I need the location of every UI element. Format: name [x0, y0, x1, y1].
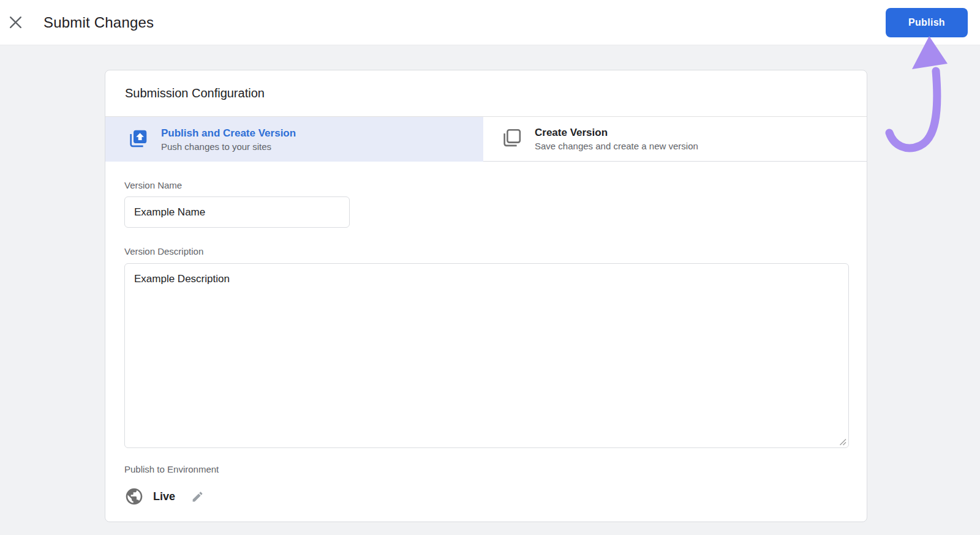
globe-icon — [124, 487, 144, 506]
version-description-label: Version Description — [124, 246, 848, 257]
tab-create-version[interactable]: Create Version Save changes and create a… — [483, 117, 867, 162]
version-name-label: Version Name — [124, 180, 848, 191]
tab-subtitle: Push changes to your sites — [161, 141, 296, 152]
tab-title: Create Version — [535, 127, 698, 138]
card-header-title: Submission Configuration — [125, 86, 265, 100]
tab-publish-and-create-version[interactable]: Publish and Create Version Push changes … — [105, 117, 483, 162]
close-button[interactable] — [7, 15, 23, 31]
submission-type-tabs: Publish and Create Version Push changes … — [105, 117, 867, 162]
publish-upload-icon — [127, 128, 148, 151]
version-description-wrap: Example Description — [124, 263, 849, 448]
version-description-textarea[interactable]: Example Description — [124, 263, 849, 448]
close-icon — [9, 15, 23, 29]
publish-button[interactable]: Publish — [886, 8, 968, 37]
submission-configuration-card: Submission Configuration Publish and Cre… — [105, 70, 867, 522]
topbar: Submit Changes Publish — [0, 0, 980, 45]
stacked-pages-icon — [501, 127, 521, 151]
arrow-tail — [889, 71, 937, 148]
version-name-input[interactable] — [124, 196, 350, 228]
tab-text: Publish and Create Version Push changes … — [161, 127, 296, 152]
tab-subtitle: Save changes and create a new version — [535, 141, 698, 151]
resize-handle-icon[interactable] — [839, 438, 846, 446]
card-content: Version Name Version Description Example… — [105, 180, 867, 506]
environment-row: Live — [124, 487, 848, 506]
edit-environment-button[interactable] — [190, 490, 204, 503]
tab-text: Create Version Save changes and create a… — [535, 127, 698, 151]
page-title: Submit Changes — [43, 14, 154, 31]
pencil-edit-icon — [191, 490, 204, 503]
card-header: Submission Configuration — [105, 70, 867, 117]
environment-name: Live — [153, 490, 175, 503]
tab-title: Publish and Create Version — [161, 127, 296, 139]
publish-to-environment-label: Publish to Environment — [124, 464, 848, 475]
